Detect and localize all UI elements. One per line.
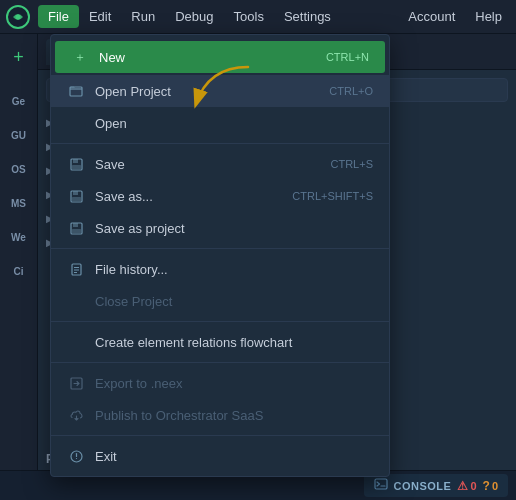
save-as-label: Save as...	[95, 189, 276, 204]
sidebar-add[interactable]: +	[4, 42, 34, 72]
menu-publish: Publish to Orchestrator SaaS	[51, 399, 389, 431]
warn-count: 0	[492, 480, 498, 492]
menu-save-as-project[interactable]: Save as project	[51, 212, 389, 244]
svg-point-1	[16, 14, 21, 19]
svg-rect-8	[72, 197, 81, 201]
exit-icon	[67, 447, 85, 465]
svg-rect-4	[73, 159, 78, 163]
separator-1	[51, 143, 389, 144]
export-neex-label: Export to .neex	[95, 376, 373, 391]
menu-save-as[interactable]: Save as... CTRL+SHIFT+S	[51, 180, 389, 212]
new-label: New	[99, 50, 310, 65]
open-label: Open	[95, 116, 373, 131]
menu-settings[interactable]: Settings	[274, 5, 341, 28]
close-project-icon	[67, 292, 85, 310]
menu-account[interactable]: Account	[398, 5, 465, 28]
file-history-icon	[67, 260, 85, 278]
warn-icon: ?	[483, 479, 490, 493]
console-button[interactable]: CONSOLE ⚠ 0 ? 0	[364, 474, 509, 497]
menu-new[interactable]: ＋ New CTRL+N	[55, 41, 385, 73]
error-icon: ⚠	[457, 479, 468, 493]
save-as-shortcut: CTRL+SHIFT+S	[292, 190, 373, 202]
separator-4	[51, 362, 389, 363]
warn-badge: ? 0	[483, 479, 498, 493]
new-shortcut: CTRL+N	[326, 51, 369, 63]
svg-rect-11	[72, 229, 81, 233]
sidebar-item-os[interactable]: OS	[4, 154, 34, 184]
save-as-icon	[67, 187, 85, 205]
exit-label: Exit	[95, 449, 373, 464]
svg-rect-20	[375, 479, 387, 489]
menu-help[interactable]: Help	[465, 5, 512, 28]
menu-run[interactable]: Run	[121, 5, 165, 28]
flowchart-icon	[67, 333, 85, 351]
console-label: CONSOLE	[394, 480, 452, 492]
error-count: 0	[470, 480, 476, 492]
save-as-project-label: Save as project	[95, 221, 373, 236]
sidebar: + Ge GU OS MS We Ci	[0, 34, 38, 470]
menu-close-project: Close Project	[51, 285, 389, 317]
menu-debug[interactable]: Debug	[165, 5, 223, 28]
publish-icon	[67, 406, 85, 424]
file-dropdown-menu: ＋ New CTRL+N Open Project CTRL+O Open	[50, 34, 390, 477]
svg-rect-10	[73, 223, 78, 227]
console-icon	[374, 477, 388, 494]
sidebar-item-ms[interactable]: MS	[4, 188, 34, 218]
separator-2	[51, 248, 389, 249]
save-icon	[67, 155, 85, 173]
menu-edit[interactable]: Edit	[79, 5, 121, 28]
sidebar-item-web[interactable]: We	[4, 222, 34, 252]
sidebar-item-gui[interactable]: GU	[4, 120, 34, 150]
menu-file-history[interactable]: File history...	[51, 253, 389, 285]
menu-file[interactable]: File	[38, 5, 79, 28]
open-project-icon	[67, 82, 85, 100]
save-as-project-icon	[67, 219, 85, 237]
new-icon: ＋	[71, 48, 89, 66]
menu-create-flowchart[interactable]: Create element relations flowchart	[51, 326, 389, 358]
menu-export-neex: Export to .neex	[51, 367, 389, 399]
error-badge: ⚠ 0	[457, 479, 476, 493]
menubar: File Edit Run Debug Tools Settings Accou…	[0, 0, 516, 34]
open-project-label: Open Project	[95, 84, 313, 99]
menu-open[interactable]: Open	[51, 107, 389, 139]
menu-tools[interactable]: Tools	[224, 5, 274, 28]
flowchart-label: Create element relations flowchart	[95, 335, 373, 350]
separator-3	[51, 321, 389, 322]
save-shortcut: CTRL+S	[331, 158, 374, 170]
svg-rect-5	[72, 165, 81, 169]
open-project-shortcut: CTRL+O	[329, 85, 373, 97]
file-history-label: File history...	[95, 262, 373, 277]
svg-rect-7	[73, 191, 78, 195]
save-label: Save	[95, 157, 315, 172]
sidebar-item-ci[interactable]: Ci	[4, 256, 34, 286]
menu-save[interactable]: Save CTRL+S	[51, 148, 389, 180]
separator-5	[51, 435, 389, 436]
menu-exit[interactable]: Exit	[51, 440, 389, 472]
svg-point-18	[75, 457, 76, 458]
close-project-label: Close Project	[95, 294, 373, 309]
app-logo[interactable]	[4, 3, 32, 31]
export-neex-icon	[67, 374, 85, 392]
sidebar-item-general[interactable]: Ge	[4, 86, 34, 116]
menu-open-project[interactable]: Open Project CTRL+O	[51, 75, 389, 107]
publish-label: Publish to Orchestrator SaaS	[95, 408, 373, 423]
open-icon	[67, 114, 85, 132]
